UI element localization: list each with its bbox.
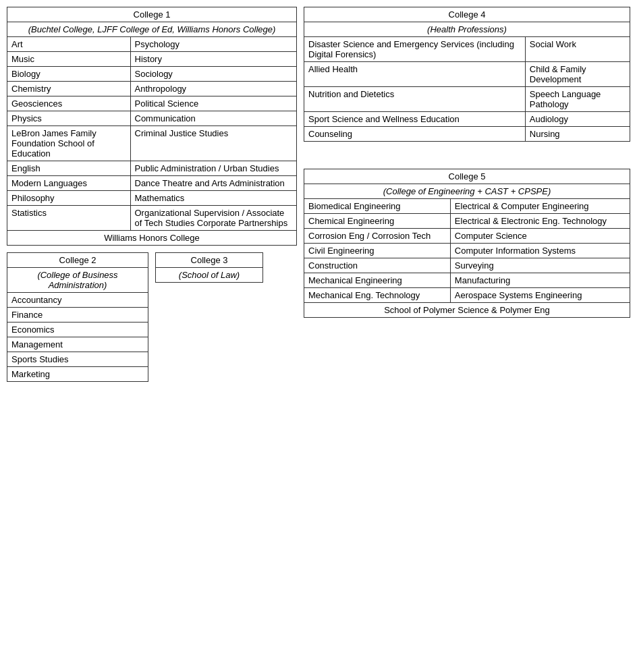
table-cell: Mechanical Eng. Technology: [304, 288, 451, 303]
table-cell: Mechanical Engineering: [304, 273, 451, 288]
table-cell: Electrical & Computer Engineering: [450, 199, 630, 214]
table-cell: Electrical & Electronic Eng. Technology: [450, 214, 630, 229]
college1-subtitle: (Buchtel College, LJFF College of Ed, Wi…: [7, 22, 297, 37]
table-cell: English: [7, 161, 131, 176]
table-cell: Public Administration / Urban Studies: [130, 161, 297, 176]
table-cell: Disaster Science and Emergency Services …: [304, 37, 526, 62]
table-cell: Political Science: [130, 96, 297, 111]
college3-subtitle: (School of Law): [156, 268, 263, 283]
college3-title: College 3: [156, 253, 263, 268]
table-cell: Art: [7, 37, 131, 52]
polymer-cell: School of Polymer Science & Polymer Eng: [304, 303, 630, 318]
table-cell: Management: [7, 337, 148, 352]
college2-title: College 2: [7, 253, 148, 268]
college1-table: College 1 (Buchtel College, LJFF College…: [7, 7, 297, 246]
table-cell: Physics: [7, 111, 131, 126]
williams-honors-cell: Williams Honors College: [7, 231, 297, 246]
table-cell: Nutrition and Dietetics: [304, 87, 526, 112]
table-cell: Mathematics: [130, 191, 297, 206]
table-cell: Accountancy: [7, 293, 148, 308]
table-cell: Dance Theatre and Arts Administration: [130, 176, 297, 191]
table-cell: Chemistry: [7, 82, 131, 96]
table-cell: Sociology: [130, 67, 297, 82]
college4-table: College 4 (Health Professions) Disaster …: [304, 7, 630, 142]
table-cell: Statistics: [7, 206, 131, 231]
table-cell: Philosophy: [7, 191, 131, 206]
table-cell: Surveying: [450, 258, 630, 273]
table-cell: Finance: [7, 308, 148, 323]
table-cell: Child & Family Development: [525, 62, 630, 87]
college5-title: College 5: [304, 169, 630, 184]
table-cell: Biomedical Engineering: [304, 199, 451, 214]
table-cell: Counseling: [304, 127, 526, 142]
table-cell: History: [130, 52, 297, 67]
table-cell: Civil Engineering: [304, 244, 451, 258]
college3-table: College 3 (School of Law): [155, 252, 263, 283]
table-cell: Manufacturing: [450, 273, 630, 288]
table-cell: Music: [7, 52, 131, 67]
table-cell: Economics: [7, 323, 148, 337]
table-cell: Chemical Engineering: [304, 214, 451, 229]
left-column: College 1 (Buchtel College, LJFF College…: [7, 7, 297, 382]
page-container: College 1 (Buchtel College, LJFF College…: [7, 7, 630, 382]
table-cell: Computer Information Systems: [450, 244, 630, 258]
table-cell: LeBron James Family Foundation School of…: [7, 126, 131, 161]
table-cell: Corrosion Eng / Corrosion Tech: [304, 229, 451, 244]
table-cell: Geosciences: [7, 96, 131, 111]
college1-title: College 1: [7, 7, 297, 22]
table-cell: Sports Studies: [7, 352, 148, 367]
table-cell: Marketing: [7, 367, 148, 382]
table-cell: Psychology: [130, 37, 297, 52]
table-cell: Criminal Justice Studies: [130, 126, 297, 161]
table-cell: Sport Science and Wellness Education: [304, 112, 526, 127]
college2-subtitle: (College of Business Administration): [7, 268, 148, 293]
right-column: College 4 (Health Professions) Disaster …: [304, 7, 630, 318]
table-cell: Speech Language Pathology: [525, 87, 630, 112]
table-cell: Biology: [7, 67, 131, 82]
table-cell: Social Work: [525, 37, 630, 62]
table-cell: Computer Science: [450, 229, 630, 244]
college2-table: College 2 (College of Business Administr…: [7, 252, 148, 382]
table-cell: Allied Health: [304, 62, 526, 87]
table-cell: Aerospace Systems Engineering: [450, 288, 630, 303]
college4-subtitle: (Health Professions): [304, 22, 630, 37]
table-cell: Audiology: [525, 112, 630, 127]
table-cell: Nursing: [525, 127, 630, 142]
bottom-left-row: College 2 (College of Business Administr…: [7, 252, 297, 382]
table-cell: Modern Languages: [7, 176, 131, 191]
table-cell: Anthropology: [130, 82, 297, 96]
college4-title: College 4: [304, 7, 630, 22]
table-cell: Organizational Supervision / Associate o…: [130, 206, 297, 231]
table-cell: Communication: [130, 111, 297, 126]
college5-table: College 5 (College of Engineering + CAST…: [304, 169, 630, 318]
table-cell: Construction: [304, 258, 451, 273]
college5-subtitle: (College of Engineering + CAST + CPSPE): [304, 184, 630, 199]
